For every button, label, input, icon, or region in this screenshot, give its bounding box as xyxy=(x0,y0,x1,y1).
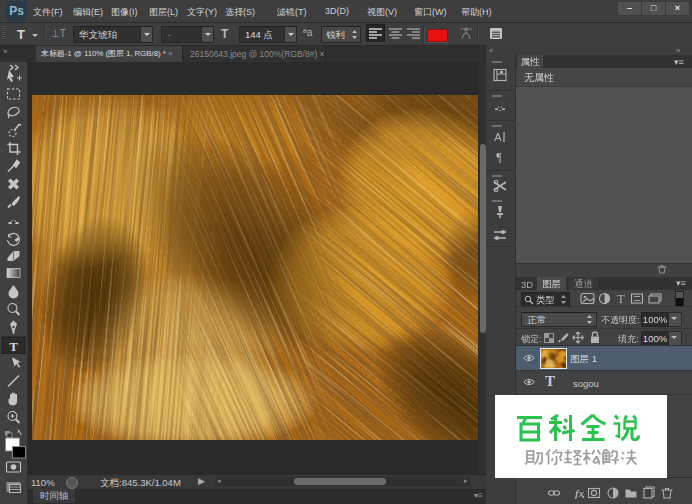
svg-text:¶: ¶ xyxy=(496,150,502,164)
svg-text:T: T xyxy=(9,339,18,354)
svg-text:A: A xyxy=(494,131,502,143)
svg-text:T: T xyxy=(617,292,625,306)
